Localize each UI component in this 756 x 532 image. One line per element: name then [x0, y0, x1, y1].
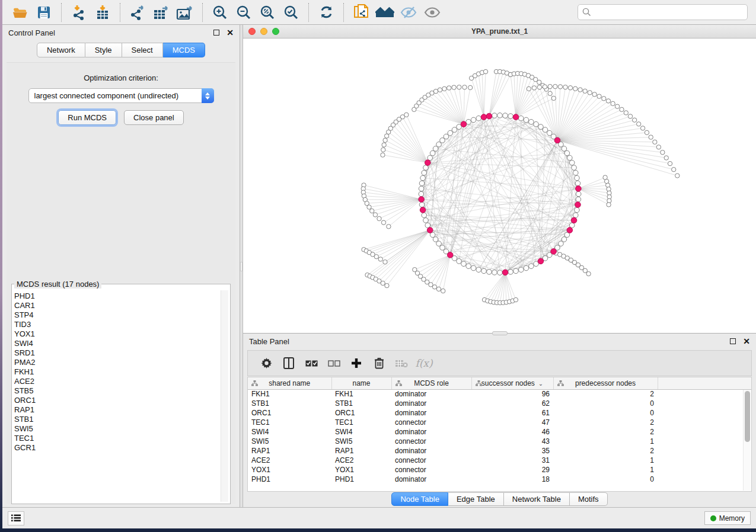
- table-row[interactable]: RAP1RAP1dominator352: [248, 446, 752, 456]
- horizontal-splitter-handle[interactable]: [492, 331, 508, 335]
- network-window-title: YPA_prune.txt_1: [243, 27, 756, 36]
- table-settings-button[interactable]: [255, 352, 277, 374]
- mcds-result-item[interactable]: GCR1: [14, 443, 219, 453]
- mcds-result-item[interactable]: SRD1: [14, 348, 219, 358]
- mcds-result-list[interactable]: PHD1CAR1STP4TID3YOX1SWI4SRD1PMA2FKH1ACE2…: [14, 291, 219, 501]
- mcds-result-item[interactable]: PHD1: [14, 291, 219, 301]
- delete-table-button-disabled: [390, 352, 413, 374]
- table-row[interactable]: ORC1ORC1dominator610: [248, 408, 752, 418]
- tab-select[interactable]: Select: [122, 43, 163, 57]
- export-network-button[interactable]: [126, 2, 149, 23]
- network-graph[interactable]: [243, 39, 756, 333]
- criterion-dropdown[interactable]: largest connected component (undirected): [28, 88, 214, 103]
- mcds-result-item[interactable]: FKH1: [14, 367, 219, 377]
- network-window-titlebar[interactable]: YPA_prune.txt_1: [243, 25, 756, 39]
- column-header-predecessor-nodes[interactable]: predecessor nodes: [553, 377, 658, 389]
- mcds-result-item[interactable]: CAR1: [14, 301, 219, 310]
- network-view-canvas[interactable]: [243, 39, 756, 333]
- zoom-fit-button[interactable]: [256, 2, 279, 23]
- select-all-rows-button[interactable]: [300, 352, 323, 374]
- tab-node-table[interactable]: Node Table: [391, 492, 448, 506]
- table-row[interactable]: SWI5SWI5connector431: [248, 437, 752, 446]
- mcds-result-item[interactable]: YOX1: [14, 329, 219, 339]
- export-image-button[interactable]: [173, 2, 197, 23]
- table-row[interactable]: STB1STB1dominator620: [248, 399, 752, 408]
- memory-status-icon: [710, 515, 716, 521]
- tab-network-table[interactable]: Network Table: [504, 492, 570, 506]
- zoom-selected-button[interactable]: [279, 2, 303, 23]
- mcds-result-item[interactable]: RAP1: [14, 405, 219, 415]
- sort-chevron-icon: ⌄: [538, 380, 543, 387]
- tab-mcds[interactable]: MCDS: [163, 43, 205, 57]
- column-header-shared-name[interactable]: shared name: [248, 377, 331, 389]
- mcds-result-item[interactable]: ORC1: [14, 396, 219, 405]
- mcds-result-item[interactable]: TID3: [14, 320, 219, 329]
- export-table-button[interactable]: [149, 2, 173, 23]
- toolbar-separator: [120, 3, 120, 22]
- function-builder-button-disabled: f(x): [413, 352, 435, 374]
- search-input[interactable]: [594, 8, 743, 17]
- mcds-result-item[interactable]: STB1: [14, 415, 219, 424]
- table-scrollbar-thumb[interactable]: [745, 391, 750, 442]
- close-panel-button[interactable]: Close panel: [124, 110, 184, 125]
- table-row[interactable]: ACE2ACE2connector311: [248, 456, 752, 465]
- close-panel-icon[interactable]: ✕: [227, 28, 234, 37]
- unchecked-boxes-icon: [328, 360, 340, 367]
- column-chooser-button[interactable]: [277, 352, 300, 374]
- add-column-button[interactable]: [345, 352, 368, 374]
- double-home-icon: [375, 6, 394, 19]
- status-bar: Memory: [2, 507, 756, 528]
- node-table[interactable]: shared namenameMCDS rolesuccessor nodes⌄…: [248, 377, 752, 484]
- show-all-button[interactable]: [373, 2, 397, 23]
- mcds-result-item[interactable]: SWI4: [14, 339, 219, 348]
- float-panel-icon[interactable]: [213, 30, 219, 36]
- tab-motifs[interactable]: Motifs: [570, 492, 608, 506]
- show-hidden-button[interactable]: [420, 2, 444, 23]
- import-table-button[interactable]: [91, 2, 114, 23]
- zoom-out-button[interactable]: [232, 2, 256, 23]
- hide-selected-button[interactable]: [397, 2, 420, 23]
- search-box[interactable]: [578, 4, 748, 20]
- float-table-panel-icon[interactable]: [730, 338, 736, 344]
- mcds-result-item[interactable]: PMA2: [14, 358, 219, 367]
- tab-style[interactable]: Style: [85, 43, 122, 57]
- tab-network[interactable]: Network: [37, 43, 85, 57]
- table-scrollbar-track[interactable]: [743, 390, 751, 491]
- task-history-button[interactable]: [8, 511, 24, 525]
- mcds-result-item[interactable]: STB5: [14, 386, 219, 396]
- duplicate-network-button[interactable]: [349, 2, 373, 23]
- mcds-result-item[interactable]: ACE2: [14, 377, 219, 386]
- columns-icon: [283, 357, 294, 369]
- zoom-in-button[interactable]: [208, 2, 232, 23]
- column-header-MCDS-role[interactable]: MCDS role: [391, 377, 471, 389]
- list-icon: [11, 514, 21, 522]
- mcds-result-scrollbar[interactable]: [221, 290, 228, 502]
- mcds-result-item[interactable]: STP4: [14, 310, 219, 320]
- save-session-button[interactable]: [32, 2, 56, 23]
- table-row[interactable]: YOX1YOX1connector291: [248, 465, 752, 475]
- close-table-panel-icon[interactable]: ✕: [743, 337, 750, 345]
- export-table-icon: [153, 5, 170, 20]
- duplicate-network-icon: [353, 4, 369, 21]
- delete-column-button[interactable]: [368, 352, 390, 374]
- mcds-result-item[interactable]: SWI5: [14, 424, 219, 434]
- memory-button[interactable]: Memory: [704, 511, 751, 525]
- zoom-out-icon: [236, 5, 251, 20]
- node-table-container: shared namenameMCDS rolesuccessor nodes⌄…: [247, 377, 752, 492]
- import-network-button[interactable]: [67, 2, 91, 23]
- table-row[interactable]: PHD1PHD1dominator180: [248, 475, 752, 484]
- refresh-view-button[interactable]: [314, 2, 338, 23]
- open-file-button[interactable]: [8, 2, 32, 23]
- tab-edge-table[interactable]: Edge Table: [448, 492, 504, 506]
- eye-icon: [424, 6, 441, 19]
- mcds-result-item[interactable]: TEC1: [14, 434, 219, 443]
- column-header-name[interactable]: name: [331, 377, 391, 389]
- run-mcds-button[interactable]: Run MCDS: [58, 110, 116, 125]
- control-panel: Control Panel ✕ Network Style Select MCD…: [2, 25, 240, 507]
- column-header-successor-nodes[interactable]: successor nodes⌄: [471, 377, 553, 389]
- deselect-all-rows-button[interactable]: [323, 352, 345, 374]
- table-row[interactable]: TEC1TEC1connector472: [248, 418, 752, 427]
- table-row[interactable]: FKH1FKH1dominator962: [248, 389, 752, 399]
- table-row[interactable]: SWI4SWI4dominator462: [248, 427, 752, 437]
- splitter-handle[interactable]: [240, 262, 243, 271]
